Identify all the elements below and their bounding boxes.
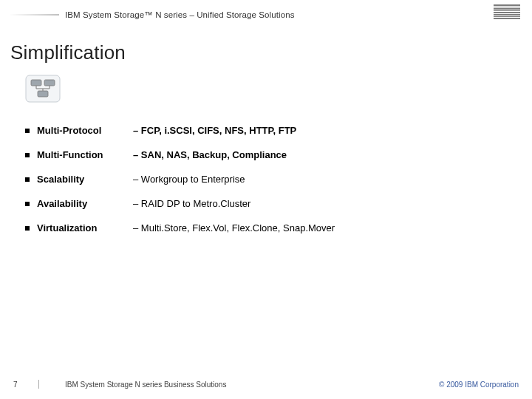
storage-servers-icon [25,75,532,106]
svg-rect-3 [38,91,48,97]
bullet-icon [25,177,30,182]
bullet-term: Virtualization [37,222,133,233]
bullet-icon [25,202,30,206]
page-number: 7 [13,381,27,389]
page-title: Simplification [0,25,532,64]
bullet-term: Multi-Function [37,149,133,160]
footer: 7 IBM System Storage N series Business S… [0,380,532,389]
list-item: Multi-Function – SAN, NAS, Backup, Compl… [25,149,532,160]
header-bar: IBM System Storage™ N series – Unified S… [0,0,532,25]
ibm-logo-icon [494,4,520,23]
bullet-term: Scalability [37,174,133,185]
header-title: IBM System Storage™ N series – Unified S… [65,10,294,19]
bullet-icon [25,153,30,157]
list-item: Availability – RAID DP to Metro.Cluster [25,198,532,209]
footer-title: IBM System Storage N series Business Sol… [65,381,439,389]
bullet-icon [25,129,30,133]
list-item: Multi-Protocol – FCP, i.SCSI, CIFS, NFS,… [25,125,532,136]
slide: IBM System Storage™ N series – Unified S… [0,0,532,399]
list-item: Scalability – Workgroup to Enterprise [25,174,532,185]
copyright-text: © 2009 IBM Corporation [439,381,519,389]
bullet-list: Multi-Protocol – FCP, i.SCSI, CIFS, NFS,… [0,110,532,233]
bullet-term: Availability [37,198,133,209]
bullet-icon [25,226,30,231]
bullet-desc: – FCP, i.SCSI, CIFS, NFS, HTTP, FTP [133,125,296,136]
bullet-desc: – Workgroup to Enterprise [133,174,245,185]
svg-rect-1 [31,80,41,86]
bullet-term: Multi-Protocol [37,125,133,136]
bullet-desc: – Multi.Store, Flex.Vol, Flex.Clone, Sna… [133,222,335,233]
list-item: Virtualization – Multi.Store, Flex.Vol, … [25,222,532,233]
bullet-desc: – RAID DP to Metro.Cluster [133,198,250,209]
footer-divider [38,380,59,389]
svg-rect-2 [44,80,55,86]
header-rule [9,14,59,16]
bullet-desc: – SAN, NAS, Backup, Compliance [133,149,287,160]
